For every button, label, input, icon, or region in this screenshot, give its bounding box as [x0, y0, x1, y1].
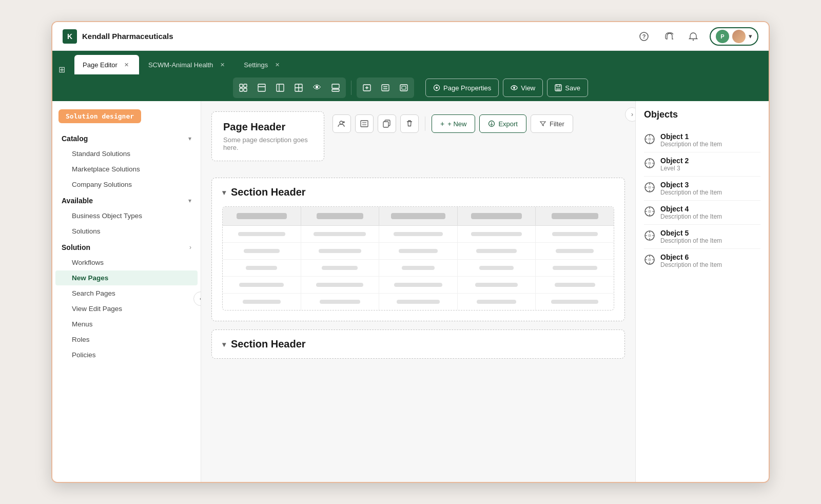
object-desc-6: Description of the Item — [660, 261, 760, 268]
catalog-group-header[interactable]: Catalog ▾ — [52, 130, 201, 146]
list-icon-btn[interactable] — [355, 114, 374, 133]
canvas-area: Page Header Some page description goes h… — [201, 101, 635, 482]
notifications-button[interactable] — [685, 28, 701, 45]
toolbar: 👁 Page Properties View — [52, 74, 769, 101]
add-user-icon-btn[interactable] — [333, 114, 351, 133]
skeleton-cell — [223, 277, 301, 293]
object-name-6: Object 6 — [660, 253, 760, 261]
filter-button[interactable]: Filter — [531, 114, 573, 133]
sidebar-section-available: Available ▾ Business Object Types Soluti… — [52, 192, 201, 239]
svg-rect-27 — [361, 121, 368, 127]
skeleton-cell — [223, 294, 301, 310]
section-2-collapse-icon[interactable]: ▾ — [222, 340, 226, 348]
section-1-collapse-icon[interactable]: ▾ — [222, 188, 226, 197]
table-skeleton-1 — [222, 206, 614, 311]
layout-btn-2[interactable] — [253, 79, 270, 96]
object-desc-4: Description of the Item — [660, 213, 760, 220]
tab-settings-label: Settings — [244, 61, 268, 69]
layout-btn-1[interactable] — [234, 79, 252, 96]
toolbar-separator-1 — [351, 81, 351, 95]
available-group-header[interactable]: Available ▾ — [52, 192, 201, 208]
object-item-6[interactable]: Object 6 Description of the Item — [644, 249, 760, 273]
action-btn-3[interactable] — [395, 79, 413, 96]
tab-scwm[interactable]: SCWM-Animal Health ✕ — [140, 55, 234, 74]
action-bar: + + New Export Filter — [333, 111, 617, 133]
user-badge[interactable]: P ▾ — [710, 27, 758, 46]
sidebar-item-marketplace-solutions[interactable]: Marketplace Solutions — [55, 162, 198, 177]
sidebar-item-view-edit-pages[interactable]: View Edit Pages — [55, 301, 198, 316]
app-title: Kendall Pharmaceuticals — [82, 32, 173, 41]
svg-rect-31 — [383, 122, 388, 127]
toolbar-right: Page Properties View Save — [425, 79, 588, 97]
layout-btn-4[interactable] — [290, 79, 307, 96]
layout-btn-5[interactable] — [327, 79, 344, 96]
skeleton-header-cell-4 — [458, 207, 536, 225]
tab-scwm-close[interactable]: ✕ — [218, 61, 226, 69]
section-block-2: ▾ Section Header — [211, 329, 625, 359]
object-item-1[interactable]: Object 1 Description of the Item — [644, 128, 760, 152]
object-info-6: Object 6 Description of the Item — [660, 253, 760, 268]
page-properties-button[interactable]: Page Properties — [425, 79, 499, 97]
objects-panel-title: Objects — [644, 109, 760, 120]
sidebar-item-search-pages[interactable]: Search Pages — [55, 286, 198, 301]
sidebar-item-business-object-types[interactable]: Business Object Types — [55, 208, 198, 223]
svg-point-42 — [648, 234, 651, 237]
tab-settings-close[interactable]: ✕ — [273, 61, 281, 69]
section-header-1: ▾ Section Header — [212, 178, 624, 206]
action-btn-1[interactable] — [358, 79, 376, 96]
tab-page-editor-close[interactable]: ✕ — [123, 61, 131, 69]
svg-rect-15 — [332, 89, 339, 91]
sidebar-section-solution: Solution › Workflows New Pages Search Pa… — [52, 239, 201, 362]
headset-button[interactable] — [660, 28, 677, 45]
canvas-right-collapse-button[interactable]: › — [625, 107, 635, 122]
sidebar-item-policies[interactable]: Policies — [55, 347, 198, 362]
sidebar-item-roles[interactable]: Roles — [55, 332, 198, 347]
svg-point-44 — [648, 258, 651, 261]
save-button[interactable]: Save — [547, 79, 588, 97]
object-item-5[interactable]: Obejct 5 Description of the Item — [644, 225, 760, 249]
tab-page-editor[interactable]: Page Editor ✕ — [74, 55, 139, 74]
skeleton-header-cell-3 — [379, 207, 458, 225]
preview-btn[interactable]: 👁 — [308, 79, 326, 96]
view-button[interactable]: View — [503, 79, 543, 97]
sidebar-item-new-pages[interactable]: New Pages — [55, 270, 198, 285]
object-name-2: Object 2 — [660, 157, 760, 165]
export-button[interactable]: Export — [479, 114, 526, 133]
sidebar-item-workflows[interactable]: Workflows — [55, 255, 198, 270]
svg-rect-17 — [382, 85, 389, 91]
object-item-4[interactable]: Object 4 Description of the Item — [644, 201, 760, 225]
new-label: + New — [447, 120, 466, 128]
catalog-group-arrow: ▾ — [188, 135, 191, 142]
tab-settings[interactable]: Settings ✕ — [236, 55, 289, 74]
section-1-title: Section Header — [231, 186, 306, 198]
title-bar: K Kendall Pharmaceuticals ? — [52, 22, 769, 51]
new-button[interactable]: + + New — [432, 114, 475, 133]
skeleton-header-cell-2 — [301, 207, 380, 225]
skeleton-header-row — [223, 207, 614, 226]
svg-point-21 — [436, 87, 438, 89]
catalog-group-label: Catalog — [62, 134, 88, 143]
delete-icon-btn[interactable] — [400, 114, 419, 133]
sidebar-item-company-solutions[interactable]: Company Solutions — [55, 177, 198, 192]
sidebar-item-solutions[interactable]: Solutions — [55, 224, 198, 239]
skeleton-cell — [223, 243, 301, 259]
object-item-3[interactable]: Object 3 Description of the Item — [644, 177, 760, 201]
solution-group-header[interactable]: Solution › — [52, 239, 201, 255]
action-btn-2[interactable] — [377, 79, 394, 96]
skeleton-cell — [458, 243, 536, 259]
sidebar-item-menus[interactable]: Menus — [55, 317, 198, 332]
objects-panel: Objects Object 1 Description of the Item — [635, 101, 769, 482]
layout-btn-3[interactable] — [271, 79, 289, 96]
copy-icon-btn[interactable] — [378, 114, 396, 133]
object-desc-3: Description of the Item — [660, 189, 760, 196]
object-item-2[interactable]: Object 2 Level 3 — [644, 152, 760, 177]
skeleton-cell — [458, 294, 536, 310]
help-button[interactable]: ? — [636, 28, 652, 45]
sidebar-item-standard-solutions[interactable]: Standard Solutions — [55, 146, 198, 161]
skeleton-cell — [379, 243, 458, 259]
page-header-desc: Some page description goes here. — [223, 136, 312, 151]
object-info-4: Object 4 Description of the Item — [660, 205, 760, 220]
app-window: K Kendall Pharmaceuticals ? — [51, 21, 770, 483]
skeleton-cell — [458, 277, 536, 293]
object-desc-5: Description of the Item — [660, 237, 760, 244]
